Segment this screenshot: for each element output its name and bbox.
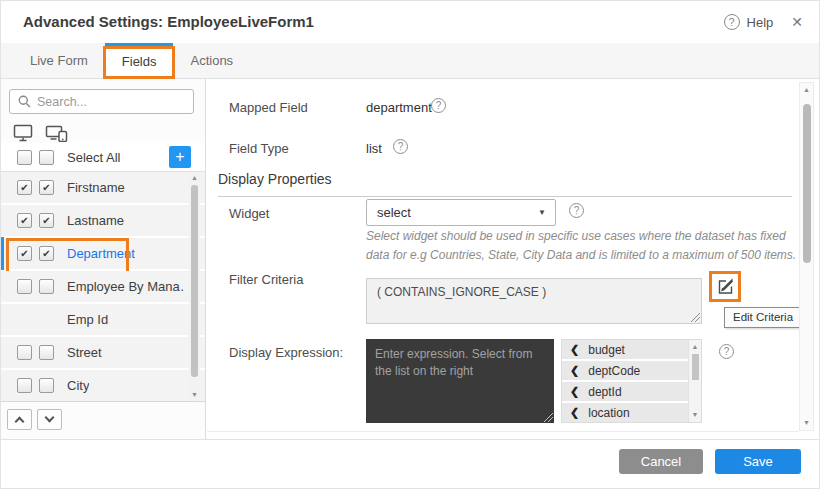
field-checkbox-2[interactable]	[39, 345, 54, 360]
widget-select[interactable]: select ▼	[366, 199, 556, 226]
field-checkbox-2[interactable]: ✔	[39, 180, 54, 195]
resize-handle[interactable]	[544, 413, 553, 422]
edit-criteria-tooltip: Edit Criteria	[724, 307, 802, 328]
field-checkbox-2[interactable]	[39, 378, 54, 393]
scrollbar-thumb[interactable]	[803, 104, 811, 263]
expression-field-location[interactable]: ❮ location	[562, 403, 688, 422]
scrollbar-thumb[interactable]	[692, 354, 699, 380]
field-checkbox-1[interactable]	[17, 378, 32, 393]
dialog-header: Advanced Settings: EmployeeLiveForm1 ? H…	[1, 1, 819, 43]
scroll-down-icon[interactable]: ▼	[800, 418, 813, 428]
tab-live-form[interactable]: Live Form	[13, 43, 105, 79]
field-row-city[interactable]: City	[1, 370, 205, 401]
scroll-up-icon[interactable]: ▲	[189, 173, 200, 183]
insert-chevron-icon: ❮	[570, 403, 579, 422]
insert-chevron-icon: ❮	[570, 361, 579, 380]
advanced-settings-dialog: Advanced Settings: EmployeeLiveForm1 ? H…	[0, 0, 820, 489]
select-all-checkbox-2[interactable]	[39, 150, 54, 165]
edit-pencil-icon	[716, 277, 735, 296]
field-checkbox-2[interactable]	[39, 279, 54, 294]
field-type-help-icon[interactable]: ?	[393, 139, 408, 154]
field-checkbox-2[interactable]: ✔	[39, 246, 54, 261]
field-row-emp-id[interactable]: Emp Id	[1, 304, 205, 335]
move-up-button[interactable]	[7, 409, 32, 430]
dialog-body: Select All + ✔ ✔ Firstname ✔ ✔ Lastname …	[1, 79, 819, 439]
field-label: City	[67, 378, 89, 393]
scrollbar-thumb[interactable]	[191, 185, 198, 377]
expression-field-budget[interactable]: ❮ budget	[562, 340, 688, 359]
edit-criteria-annotation	[709, 271, 741, 302]
expression-field-deptId[interactable]: ❮ deptId	[562, 382, 688, 401]
scroll-up-icon[interactable]: ▲	[800, 85, 813, 95]
search-input[interactable]	[37, 95, 185, 109]
content-divider	[207, 431, 799, 432]
help-link[interactable]: Help	[747, 15, 774, 30]
header-actions: ? Help ✕	[724, 14, 803, 30]
display-expression-textarea[interactable]: Enter expression. Select from the list o…	[366, 339, 554, 423]
display-properties-heading: Display Properties	[218, 171, 792, 197]
tab-actions[interactable]: Actions	[173, 43, 250, 79]
select-all-checkbox-1[interactable]	[17, 150, 32, 165]
field-row-street[interactable]: Street	[1, 337, 205, 368]
field-row-employee-by-mana-[interactable]: Employee By Mana…	[1, 271, 205, 302]
field-label: Street	[67, 345, 102, 360]
scroll-up-icon[interactable]: ▲	[689, 342, 701, 352]
tab-bar: Live Form Fields Actions	[1, 43, 819, 79]
filter-criteria-textarea[interactable]: ( CONTAINS_IGNORE_CASE )	[366, 278, 702, 324]
filter-criteria-value: ( CONTAINS_IGNORE_CASE )	[377, 285, 546, 299]
help-icon[interactable]: ?	[724, 14, 740, 30]
add-field-button[interactable]: +	[169, 146, 191, 168]
field-row-department[interactable]: ✔ ✔ Department	[1, 238, 205, 269]
field-checkbox-1[interactable]: ✔	[17, 246, 32, 261]
field-row-firstname[interactable]: ✔ ✔ Firstname	[1, 172, 205, 203]
display-expression-placeholder: Enter expression. Select from the list o…	[375, 346, 545, 381]
field-type-label: Field Type	[229, 141, 289, 156]
field-row-lastname[interactable]: ✔ ✔ Lastname	[1, 205, 205, 236]
field-checkbox-1[interactable]	[17, 345, 32, 360]
tab-fields[interactable]: Fields	[105, 43, 174, 79]
expression-field-label: deptCode	[588, 364, 640, 378]
desktop-icon[interactable]	[13, 124, 33, 142]
edit-criteria-button[interactable]	[714, 276, 736, 298]
sidebar-scrollbar[interactable]: ▲ ▼	[189, 172, 200, 401]
field-checkbox-1[interactable]: ✔	[17, 180, 32, 195]
expression-field-label: location	[588, 406, 629, 420]
display-expression-help-icon[interactable]: ?	[719, 344, 734, 359]
scroll-down-icon[interactable]: ▼	[689, 410, 701, 420]
search-box[interactable]	[9, 89, 194, 114]
field-type-value: list	[366, 141, 382, 156]
expression-list-scrollbar[interactable]: ▲ ▼	[688, 340, 701, 422]
field-label: Department	[67, 246, 135, 261]
field-label: Lastname	[67, 213, 124, 228]
field-checkbox-1[interactable]	[17, 279, 32, 294]
save-button[interactable]: Save	[715, 449, 801, 474]
chevron-up-icon	[15, 417, 25, 427]
move-down-button[interactable]	[37, 409, 62, 430]
main-scrollbar[interactable]: ▲ ▼	[799, 82, 814, 431]
widget-select-value: select	[377, 205, 411, 220]
field-checkbox-1[interactable]: ✔	[17, 213, 32, 228]
mobile-devices-icon[interactable]	[45, 124, 68, 142]
insert-chevron-icon: ❮	[570, 340, 579, 359]
resize-handle[interactable]	[691, 313, 700, 322]
insert-chevron-icon: ❮	[570, 382, 579, 401]
expression-field-deptCode[interactable]: ❮ deptCode	[562, 361, 688, 380]
chevron-down-icon	[45, 413, 55, 423]
expression-field-label: deptId	[588, 385, 621, 399]
filter-criteria-label: Filter Criteria	[229, 272, 303, 287]
scroll-down-icon[interactable]: ▼	[189, 390, 200, 400]
close-icon[interactable]: ✕	[791, 14, 803, 30]
expression-field-label: budget	[588, 343, 625, 357]
field-reorder-controls	[7, 409, 62, 430]
device-toggle-group	[13, 122, 68, 144]
caret-down-icon: ▼	[538, 200, 546, 225]
field-properties-panel: Mapped Field department ? Field Type lis…	[207, 79, 819, 439]
display-expression-label: Display Expression:	[229, 345, 343, 360]
field-checkbox-2[interactable]: ✔	[39, 213, 54, 228]
cancel-button[interactable]: Cancel	[619, 449, 703, 474]
widget-help-icon[interactable]: ?	[569, 203, 584, 218]
mapped-field-value: department	[366, 100, 432, 115]
field-label: Emp Id	[67, 312, 108, 327]
mapped-field-help-icon[interactable]: ?	[431, 98, 446, 113]
field-label: Firstname	[67, 180, 125, 195]
